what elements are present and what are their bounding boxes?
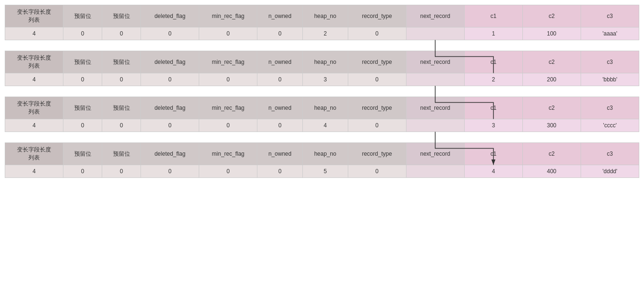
- header-min_rec_flag-1: min_rec_flag: [199, 5, 257, 27]
- spacer: [5, 90, 639, 97]
- record-table-1: 变长字段长度 列表预留位预留位deleted_flagmin_rec_flagn…: [5, 5, 639, 40]
- header-varlen-3: 变长字段长度 列表: [5, 97, 63, 119]
- header-c2-4: c2: [522, 143, 581, 165]
- data-deleted_flag-2: 0: [141, 73, 199, 86]
- header-n_owned-1: n_owned: [257, 5, 303, 27]
- data-min_rec_flag-2: 0: [199, 73, 257, 86]
- header-deleted_flag-1: deleted_flag: [141, 5, 199, 27]
- data-c3-1: 'aaaa': [581, 27, 639, 40]
- record-block-2: 变长字段长度 列表预留位预留位deleted_flagmin_rec_flagn…: [5, 51, 639, 86]
- header-record_type-3: record_type: [348, 97, 406, 119]
- header-varlen-1: 变长字段长度 列表: [5, 5, 63, 27]
- header-varlen-2: 变长字段长度 列表: [5, 51, 63, 73]
- header-deleted_flag-4: deleted_flag: [141, 143, 199, 165]
- data-min_rec_flag-3: 0: [199, 119, 257, 132]
- data-deleted_flag-3: 0: [141, 119, 199, 132]
- data-deleted_flag-4: 0: [141, 165, 199, 178]
- header-reserved1-3: 预留位: [63, 97, 102, 119]
- data-reserved1-2: 0: [63, 73, 102, 86]
- record-block-1: 变长字段长度 列表预留位预留位deleted_flagmin_rec_flagn…: [5, 5, 639, 40]
- header-min_rec_flag-3: min_rec_flag: [199, 97, 257, 119]
- data-c3-4: 'dddd': [581, 165, 639, 178]
- spacer: [5, 44, 639, 51]
- header-deleted_flag-2: deleted_flag: [141, 51, 199, 73]
- data-next_record-1: [406, 27, 464, 40]
- header-reserved2-4: 预留位: [102, 143, 141, 165]
- data-reserved1-3: 0: [63, 119, 102, 132]
- data-heap_no-4: 5: [302, 165, 348, 178]
- data-heap_no-1: 2: [302, 27, 348, 40]
- header-n_owned-4: n_owned: [257, 143, 303, 165]
- header-reserved1-4: 预留位: [63, 143, 102, 165]
- data-c1-4: 4: [464, 165, 522, 178]
- header-heap_no-4: heap_no: [302, 143, 348, 165]
- record-table-3: 变长字段长度 列表预留位预留位deleted_flagmin_rec_flagn…: [5, 97, 639, 132]
- data-varlen-4: 4: [5, 165, 63, 178]
- header-next_record-2: next_record: [406, 51, 464, 73]
- header-c3-4: c3: [581, 143, 639, 165]
- data-deleted_flag-1: 0: [141, 27, 199, 40]
- header-varlen-4: 变长字段长度 列表: [5, 143, 63, 165]
- header-record_type-4: record_type: [348, 143, 406, 165]
- data-c1-2: 2: [464, 73, 522, 86]
- data-reserved2-3: 0: [102, 119, 141, 132]
- header-reserved2-1: 预留位: [102, 5, 141, 27]
- header-heap_no-3: heap_no: [302, 97, 348, 119]
- header-heap_no-1: heap_no: [302, 5, 348, 27]
- header-c3-2: c3: [581, 51, 639, 73]
- data-heap_no-3: 4: [302, 119, 348, 132]
- data-record_type-3: 0: [348, 119, 406, 132]
- data-reserved1-1: 0: [63, 27, 102, 40]
- data-c1-1: 1: [464, 27, 522, 40]
- record-block-3: 变长字段长度 列表预留位预留位deleted_flagmin_rec_flagn…: [5, 97, 639, 132]
- header-c1-1: c1: [464, 5, 522, 27]
- header-c2-1: c2: [522, 5, 581, 27]
- data-varlen-1: 4: [5, 27, 63, 40]
- data-next_record-2: [406, 73, 464, 86]
- data-reserved2-1: 0: [102, 27, 141, 40]
- data-n_owned-3: 0: [257, 119, 303, 132]
- data-min_rec_flag-1: 0: [199, 27, 257, 40]
- data-record_type-2: 0: [348, 73, 406, 86]
- data-c2-1: 100: [522, 27, 581, 40]
- header-reserved1-1: 预留位: [63, 5, 102, 27]
- data-reserved1-4: 0: [63, 165, 102, 178]
- data-varlen-3: 4: [5, 119, 63, 132]
- data-record_type-4: 0: [348, 165, 406, 178]
- header-record_type-1: record_type: [348, 5, 406, 27]
- header-reserved2-2: 预留位: [102, 51, 141, 73]
- data-c3-2: 'bbbb': [581, 73, 639, 86]
- data-c2-4: 400: [522, 165, 581, 178]
- header-heap_no-2: heap_no: [302, 51, 348, 73]
- header-n_owned-2: n_owned: [257, 51, 303, 73]
- header-c1-3: c1: [464, 97, 522, 119]
- data-c2-2: 200: [522, 73, 581, 86]
- data-next_record-3: [406, 119, 464, 132]
- data-min_rec_flag-4: 0: [199, 165, 257, 178]
- header-next_record-1: next_record: [406, 5, 464, 27]
- header-next_record-3: next_record: [406, 97, 464, 119]
- header-reserved2-3: 预留位: [102, 97, 141, 119]
- data-c3-3: 'cccc': [581, 119, 639, 132]
- header-n_owned-3: n_owned: [257, 97, 303, 119]
- data-next_record-4: [406, 165, 464, 178]
- data-n_owned-4: 0: [257, 165, 303, 178]
- header-record_type-2: record_type: [348, 51, 406, 73]
- record-table-2: 变长字段长度 列表预留位预留位deleted_flagmin_rec_flagn…: [5, 51, 639, 86]
- data-record_type-1: 0: [348, 27, 406, 40]
- data-heap_no-2: 3: [302, 73, 348, 86]
- data-reserved2-2: 0: [102, 73, 141, 86]
- header-c3-1: c3: [581, 5, 639, 27]
- main-container: 变长字段长度 列表预留位预留位deleted_flagmin_rec_flagn…: [0, 0, 644, 186]
- header-c1-2: c1: [464, 51, 522, 73]
- record-table-4: 变长字段长度 列表预留位预留位deleted_flagmin_rec_flagn…: [5, 142, 639, 178]
- data-c2-3: 300: [522, 119, 581, 132]
- data-n_owned-1: 0: [257, 27, 303, 40]
- header-min_rec_flag-4: min_rec_flag: [199, 143, 257, 165]
- spacer: [5, 136, 639, 142]
- data-varlen-2: 4: [5, 73, 63, 86]
- header-deleted_flag-3: deleted_flag: [141, 97, 199, 119]
- data-n_owned-2: 0: [257, 73, 303, 86]
- header-c2-2: c2: [522, 51, 581, 73]
- header-reserved1-2: 预留位: [63, 51, 102, 73]
